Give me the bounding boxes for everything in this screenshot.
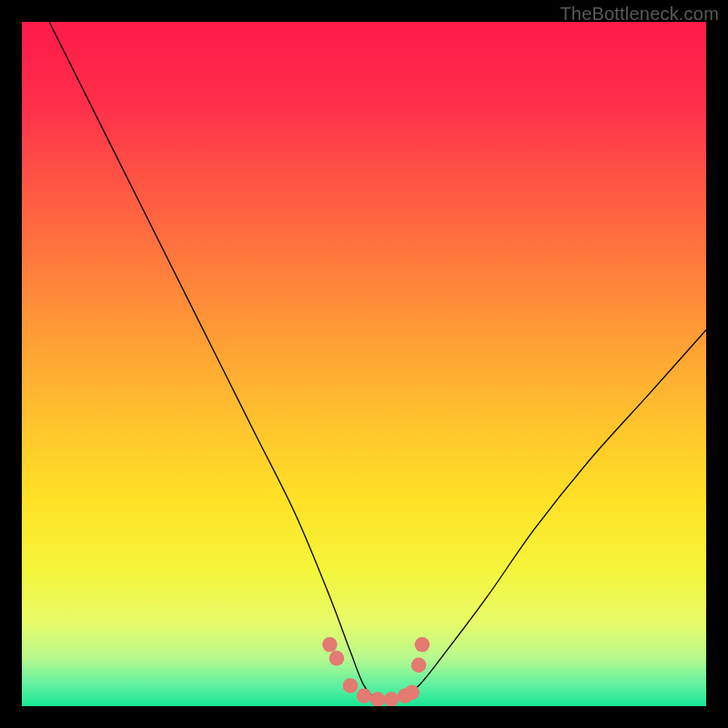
optimal-marker-dot (415, 637, 430, 652)
optimal-marker-dot (411, 658, 427, 673)
optimal-marker-dot (357, 688, 372, 703)
optimal-marker-dot (404, 685, 420, 701)
chart-frame: TheBottleneck.com (0, 0, 728, 728)
optimal-marker-dot (343, 678, 359, 693)
optimal-marker-dot (384, 692, 399, 706)
optimal-marker-dot (370, 692, 386, 706)
optimal-marker-dot (329, 651, 345, 666)
chart-svg (22, 22, 706, 706)
plot-area (22, 22, 706, 706)
optimal-markers (322, 637, 430, 706)
optimal-marker-dot (322, 637, 338, 652)
bottleneck-curve (49, 22, 706, 701)
